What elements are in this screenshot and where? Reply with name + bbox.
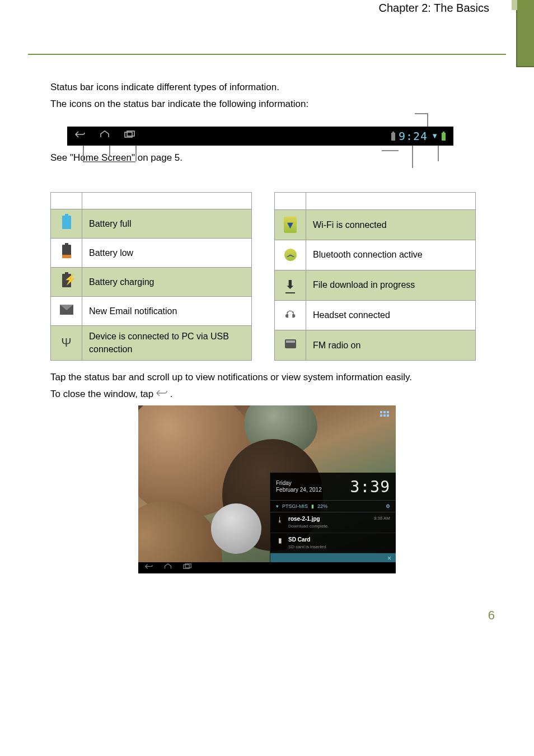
- notification-panel: Friday February 24, 2012 3:39 ▾ PTSGI-MI…: [270, 473, 396, 562]
- notif1-title: rose-2-1.jpg: [288, 516, 320, 522]
- usb-connection-label: Device is connected to PC via USB connec…: [82, 326, 252, 361]
- home-screen-reference: See "Home Screen" on page 5.: [50, 151, 484, 165]
- header-rule: [28, 20, 506, 55]
- battery-green-icon: [442, 133, 446, 141]
- settings-icon: ⚙︎: [386, 503, 390, 510]
- back-icon: [75, 129, 85, 142]
- nav-recent-icon: [183, 563, 192, 572]
- panel-close-bar: ×: [270, 553, 396, 562]
- wifi-icon: ▼: [284, 217, 297, 233]
- panel-ssid: PTSGI-MIS: [282, 503, 308, 510]
- panel-battery: 22%: [317, 503, 327, 510]
- usb-icon: Ψ: [61, 335, 71, 349]
- status-icons-group: 9:24 ▼: [391, 128, 446, 144]
- battery-tiny-icon: ▮: [311, 503, 314, 510]
- panel-time: 3:39: [350, 476, 390, 498]
- notification-panel-screenshot: Friday February 24, 2012 3:39 ▾ PTSGI-MI…: [138, 405, 396, 573]
- panel-date: February 24, 2012: [276, 487, 322, 493]
- closing-line-2a: To close the window, tap: [50, 389, 156, 399]
- wifi-small-icon: ▼: [431, 131, 438, 141]
- intro-text-2: The icons on the status bar indicate the…: [50, 97, 484, 111]
- notif2-sub: SD card is inserted: [288, 544, 326, 550]
- battery-full-label: Battery full: [82, 209, 252, 239]
- email-notif-label: New Email notification: [82, 297, 252, 326]
- closing-line-2b: .: [170, 389, 173, 399]
- apps-grid-icon: [380, 411, 389, 420]
- status-bar: 9:24 ▼: [67, 127, 453, 146]
- nav-buttons-group: [75, 129, 135, 142]
- status-bar-time: 9:24: [399, 128, 428, 144]
- battery-charging-label: Battery charging: [82, 268, 252, 297]
- bluetooth-icon: ෴: [284, 249, 297, 261]
- nav-back-icon: [145, 563, 153, 572]
- closing-line-1: Tap the status bar and scroll up to view…: [50, 371, 484, 384]
- download-done-icon: ⭳: [276, 515, 284, 525]
- battery-low-label: Battery low: [82, 239, 252, 268]
- panel-day: Friday: [276, 480, 322, 487]
- battery-charging-icon: ⚡: [62, 274, 71, 287]
- wifi-connected-label: Wi-Fi is connected: [306, 210, 476, 240]
- nav-home-icon: [164, 563, 172, 572]
- headset-icon: 🎧︎: [285, 309, 296, 321]
- battery-full-icon: [62, 216, 71, 229]
- fm-radio-label: FM radio on: [306, 330, 476, 361]
- back-inline-icon: [156, 388, 167, 400]
- icon-table-left: Battery full Battery low ⚡ Battery charg…: [50, 192, 252, 361]
- corner-decoration: [516, 0, 534, 67]
- sdcard-icon: ▮: [276, 536, 284, 545]
- headset-connected-label: Headset connected: [306, 300, 476, 330]
- notif1-time: 3:38 AM: [374, 515, 390, 521]
- notif2-title: SD Card: [288, 536, 310, 543]
- intro-text-1: Status bar icons indicate different type…: [50, 81, 484, 94]
- recent-icon: [124, 129, 135, 142]
- home-icon: [100, 129, 110, 142]
- download-icon: ⬇: [285, 277, 295, 293]
- status-bar-figure: 9:24 ▼: [67, 127, 453, 146]
- closing-text: Tap the status bar and scroll up to view…: [50, 371, 484, 401]
- notif1-sub: Download complete.: [288, 523, 329, 529]
- chapter-title: Chapter 2: The Basics: [0, 0, 534, 20]
- icon-table-right: ▼ Wi-Fi is connected ෴ Bluetooth connect…: [274, 192, 476, 361]
- fm-radio-icon: [285, 339, 296, 348]
- bottom-nav-bar: [138, 562, 396, 573]
- page-number: 6: [0, 590, 534, 641]
- email-icon: [60, 305, 73, 315]
- battery-low-icon: [62, 245, 71, 258]
- bluetooth-active-label: Bluetooth connection active: [306, 240, 476, 270]
- download-progress-label: File download in progress: [306, 270, 476, 300]
- wifi-small-icon: ▾: [276, 503, 279, 510]
- battery-grey-icon: [391, 133, 395, 141]
